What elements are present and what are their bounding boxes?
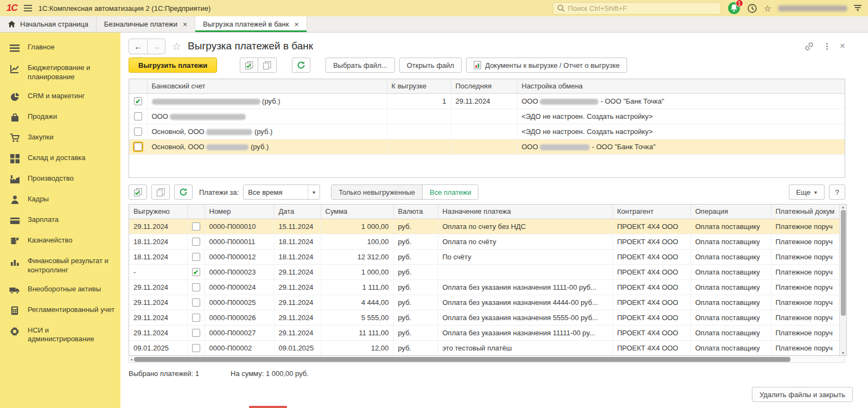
payment-amount-cell[interactable]: 12,00 [321,340,393,355]
payment-checkbox-cell[interactable] [187,279,205,295]
payment-currency-cell[interactable]: руб. [393,295,438,310]
payment-exported-cell[interactable]: 29.11.2024 [129,310,187,325]
payments-col-2[interactable]: Номер [205,205,274,219]
payment-row[interactable]: 18.11.20240000-П00001118.11.2024100,00ру… [129,234,839,249]
payments-col-1[interactable] [187,205,205,219]
account-last-date-cell[interactable]: 29.11.2024 [451,93,517,109]
payment-amount-cell[interactable]: 1 000,00 [321,219,393,234]
account-name-cell[interactable]: (руб.) [147,93,387,109]
payment-operation-cell[interactable]: Оплата поставщику [691,279,771,295]
payment-row[interactable]: 29.11.20240000-П00002729.11.202411 111,0… [129,325,839,340]
payment-date-cell[interactable]: 18.11.2024 [274,234,321,249]
payment-purpose-cell[interactable]: это тестовый платёш [438,340,612,355]
notifications-button[interactable]: 1 [727,2,741,15]
sidebar-item-truck[interactable]: Внеоборотные активы [0,280,120,301]
sidebar-item-gear[interactable]: НСИ и администрирование [0,321,120,349]
favorite-star-icon[interactable]: ☆ [172,40,181,53]
payment-amount-cell[interactable]: 5 555,00 [321,310,393,325]
payment-row[interactable]: 18.11.20240000-П00001218.11.202412 312,0… [129,249,839,264]
account-name-cell[interactable]: Основной, ООО (руб.) [147,124,387,139]
payment-checkbox-cell[interactable] [187,249,205,264]
main-menu-icon[interactable] [24,5,32,11]
account-name-cell[interactable]: ООО [147,109,387,124]
accounts-col-account[interactable]: Банковский счет [147,79,387,93]
row-checkbox[interactable] [192,283,200,291]
account-to-export-cell[interactable] [387,109,451,124]
payment-counterparty-cell[interactable]: ПРОЕКТ 4X4 ООО [612,325,691,340]
all-payments-toggle[interactable]: Все платежи [423,185,478,199]
check-all-payments-button[interactable] [129,184,147,200]
payment-checkbox-cell[interactable] [187,234,205,249]
payment-date-cell[interactable]: 29.11.2024 [274,279,321,295]
row-checkbox[interactable] [192,329,200,337]
scroll-left-icon[interactable]: ◂ [130,357,132,362]
payment-amount-cell[interactable]: 1 111,00 [321,279,393,295]
payment-counterparty-cell[interactable]: ПРОЕКТ 4X4 ООО [612,219,691,234]
horizontal-scroll-thumb[interactable] [134,357,790,362]
payment-purpose-cell[interactable]: По счёту [438,249,612,264]
payment-operation-cell[interactable]: Оплата поставщику [691,264,771,279]
payment-number-cell[interactable]: 0000-П000024 [205,279,274,295]
sidebar-item-warehouse[interactable]: Склад и доставка [0,149,120,169]
sidebar-item-calc[interactable]: Регламентированный учет [0,301,120,321]
payment-exported-cell[interactable]: 29.11.2024 [129,219,187,234]
payment-exported-cell[interactable]: 29.11.2024 [129,279,187,295]
search-input[interactable]: Поиск Ctrl+Shift+F [553,2,721,15]
docs-report-button[interactable]: Документы к выгрузке / Отчет о выгрузке [466,58,627,73]
payment-number-cell[interactable]: 0000-П000010 [205,219,274,234]
payment-counterparty-cell[interactable]: ПРОЕКТ 4X4 ООО [612,310,691,325]
payment-row[interactable]: 29.11.20240000-П00001015.11.20241 000,00… [129,219,839,234]
payment-number-cell[interactable]: 0000-П00002 [205,340,274,355]
payment-exported-cell[interactable]: 29.11.2024 [129,325,187,340]
payment-doc-cell[interactable]: Платежное поруч [771,340,839,355]
account-to-export-cell[interactable] [387,124,451,139]
row-checkbox[interactable] [192,253,200,261]
payment-purpose-cell[interactable]: Оплата без указания назначения 4444-00 р… [438,295,612,310]
back-button[interactable]: ← [129,39,147,54]
payment-exported-cell[interactable]: 09.01.2025 [129,340,187,355]
account-last-date-cell[interactable] [451,109,517,124]
payment-currency-cell[interactable]: руб. [393,264,438,279]
row-checkbox[interactable] [134,112,142,120]
account-last-date-cell[interactable] [451,139,517,154]
payment-purpose-cell[interactable] [438,264,612,279]
payment-exported-cell[interactable]: - [129,264,187,279]
payment-purpose-cell[interactable]: Оплата по счёту [438,234,612,249]
payment-doc-cell[interactable]: Платежное поруч [771,310,839,325]
vertical-scroll-thumb[interactable] [841,210,846,316]
only-unexported-toggle[interactable]: Только невыгруженные [331,185,423,199]
payment-date-cell[interactable]: 29.11.2024 [274,325,321,340]
sidebar-item-sales[interactable]: Продажи [0,107,120,128]
payment-doc-cell[interactable]: Платежное поруч [771,234,839,249]
accounts-col-to-export[interactable]: К выгрузке [387,79,451,93]
account-name-cell[interactable]: Основной, ООО (руб.) [147,139,387,154]
sidebar-item-crm[interactable]: CRM и маркетинг [0,87,120,107]
account-exchange-cell[interactable]: <ЭДО не настроен. Создать настройку> [517,109,845,124]
payment-checkbox-cell[interactable] [187,325,205,340]
payment-counterparty-cell[interactable]: ПРОЕКТ 4X4 ООО [612,295,691,310]
row-checkbox[interactable]: ✔ [134,97,142,105]
payment-purpose-cell[interactable]: Оплата без указания назначения 1111-00 р… [438,279,612,295]
payment-date-cell[interactable]: 29.11.2024 [274,295,321,310]
history-button[interactable] [747,3,757,14]
open-file-button[interactable]: Открыть файл [399,58,462,73]
row-checkbox[interactable] [192,314,200,322]
sidebar-item-coins[interactable]: Казначейство [0,231,120,252]
payment-counterparty-cell[interactable]: ПРОЕКТ 4X4 ООО [612,234,691,249]
vertical-scrollbar[interactable]: ▴ ▾ [839,205,846,355]
payment-doc-cell[interactable]: Платежное поруч [771,279,839,295]
payment-amount-cell[interactable]: 11 111,00 [321,325,393,340]
user-name-redacted[interactable] [778,5,847,11]
sidebar-item-budget[interactable]: Бюджетирование и планирование [0,59,120,87]
payment-row[interactable]: 29.11.20240000-П00002629.11.20245 555,00… [129,310,839,325]
payment-operation-cell[interactable]: Оплата поставщику [691,234,771,249]
bank-account-row[interactable]: Основной, ООО (руб.)<ЭДО не настроен. Со… [129,124,845,139]
payment-amount-cell[interactable]: 12 312,00 [321,249,393,264]
sidebar-item-cart[interactable]: Закупки [0,128,120,149]
payment-exported-cell[interactable]: 18.11.2024 [129,234,187,249]
account-exchange-cell[interactable]: ООО - ООО "Банк Точка" [517,93,845,109]
more-actions-icon[interactable] [826,43,828,50]
payment-operation-cell[interactable]: Оплата поставщику [691,310,771,325]
link-icon[interactable] [804,41,814,52]
payment-operation-cell[interactable]: Оплата поставщику [691,219,771,234]
